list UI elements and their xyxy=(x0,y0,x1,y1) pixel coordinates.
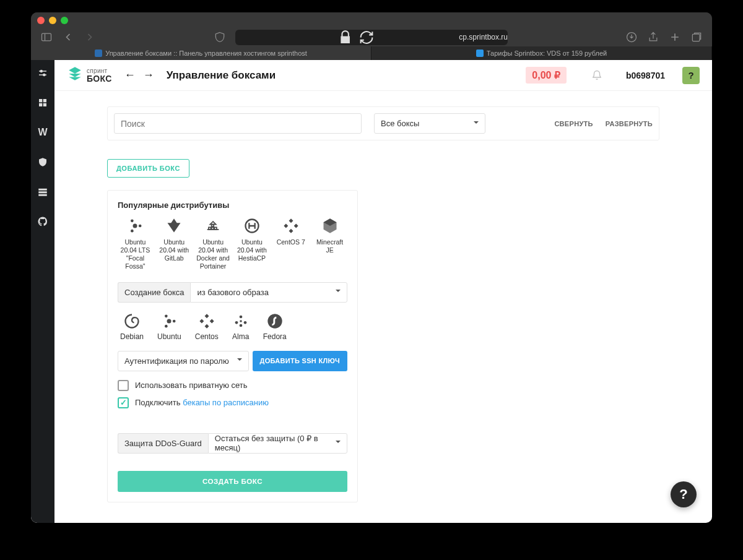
os-label: Centos xyxy=(195,332,219,341)
svg-point-17 xyxy=(133,224,137,228)
shield-icon[interactable] xyxy=(214,31,226,43)
back-icon[interactable] xyxy=(62,31,74,43)
backups-checkbox[interactable]: Подключить бекапы по расписанию xyxy=(118,397,347,408)
distro-label: Minecraft JE xyxy=(316,238,343,254)
svg-rect-13 xyxy=(43,103,46,106)
alma-icon xyxy=(232,312,250,330)
favicon-icon xyxy=(476,50,484,57)
reload-icon[interactable] xyxy=(230,30,503,45)
expand-button[interactable]: РАЗВЕРНУТЬ xyxy=(606,120,653,127)
downloads-icon[interactable] xyxy=(625,31,638,43)
distro-ubuntu-hestia[interactable]: Ubuntu 20.04 with HestiaCP xyxy=(234,217,269,271)
svg-rect-16 xyxy=(38,194,47,196)
backups-link[interactable]: бекапы по расписанию xyxy=(183,398,269,407)
os-fedora[interactable]: Fedora xyxy=(263,312,287,341)
os-centos[interactable]: Centos xyxy=(195,312,219,341)
logo[interactable]: спринтБОКС xyxy=(67,66,112,85)
auth-row: Аутентификация по паролю ДОБАВИТЬ SSH КЛ… xyxy=(118,351,347,371)
minimize-window-icon[interactable] xyxy=(49,17,56,24)
svg-rect-12 xyxy=(39,103,42,106)
sidebar-grid-icon[interactable] xyxy=(37,97,48,108)
checkbox-checked-icon xyxy=(118,397,129,408)
distro-label: CentOS 7 xyxy=(277,238,305,246)
tab-label: Управление боксами :: Панель управления … xyxy=(105,50,307,57)
minecraft-icon xyxy=(321,217,339,235)
distro-minecraft[interactable]: Minecraft JE xyxy=(312,217,347,271)
create-box-button[interactable]: СОЗДАТЬ БОКС xyxy=(118,471,347,492)
distro-label: Ubuntu 20.04 with GitLab xyxy=(159,238,189,262)
private-net-checkbox[interactable]: Использовать приватную сеть xyxy=(118,380,347,391)
help-fab[interactable]: ? xyxy=(671,481,697,507)
svg-point-27 xyxy=(173,319,176,322)
ubuntu-icon xyxy=(160,312,178,330)
os-label: Alma xyxy=(232,332,249,341)
fedora-icon xyxy=(266,312,284,330)
page-title: Управление боксами xyxy=(167,69,276,82)
traffic-lights xyxy=(37,17,68,24)
bell-icon[interactable] xyxy=(591,70,602,81)
auth-select[interactable]: Аутентификация по паролю xyxy=(118,351,249,371)
search-input[interactable] xyxy=(114,113,362,134)
close-window-icon[interactable] xyxy=(37,17,45,24)
balance-badge[interactable]: 0,00 ₽ xyxy=(526,67,567,84)
svg-point-32 xyxy=(243,321,246,324)
main-area: спринтБОКС ← → Управление боксами 0,00 ₽… xyxy=(54,60,712,523)
create-from-row: Создание бокса из базового образа xyxy=(118,282,347,303)
add-box-button[interactable]: ДОБАВИТЬ БОКС xyxy=(107,159,189,178)
sidebar-sliders-icon[interactable] xyxy=(37,67,48,79)
create-from-select[interactable]: из базового образа xyxy=(190,282,347,303)
svg-point-30 xyxy=(239,315,242,318)
username[interactable]: b0698701 xyxy=(626,71,665,80)
share-icon[interactable] xyxy=(647,31,659,43)
distro-centos[interactable]: CentOS 7 xyxy=(273,217,308,271)
app-sidebar: W xyxy=(31,60,54,523)
os-alma[interactable]: Alma xyxy=(232,312,250,341)
svg-point-9 xyxy=(43,74,45,76)
distro-ubuntu-docker[interactable]: Ubuntu 20.04 with Docker and Portainer xyxy=(196,217,231,271)
ddos-row: Защита DDoS-Guard Остаться без защиты (0… xyxy=(118,433,347,454)
nav-forward-icon[interactable]: → xyxy=(143,69,154,82)
sidebar-github-icon[interactable] xyxy=(37,216,48,227)
sidebar-w-icon[interactable]: W xyxy=(37,127,48,138)
os-ubuntu[interactable]: Ubuntu xyxy=(157,312,181,341)
tab-label: Тарифы Sprintbox: VDS от 159 рублей xyxy=(487,50,607,57)
app-header: спринтБОКС ← → Управление боксами 0,00 ₽… xyxy=(54,60,712,91)
os-label: Ubuntu xyxy=(157,332,181,341)
forward-icon[interactable] xyxy=(84,31,96,43)
avatar[interactable]: ? xyxy=(682,67,700,84)
svg-rect-5 xyxy=(692,34,700,41)
svg-point-29 xyxy=(165,324,168,327)
nav-back-icon[interactable]: ← xyxy=(124,69,136,82)
checkbox-icon xyxy=(118,380,129,391)
sidebar-toggle-icon[interactable] xyxy=(40,31,53,43)
titlebar xyxy=(31,12,712,28)
sidebar-storage-icon[interactable] xyxy=(37,186,48,197)
browser-tab-0[interactable]: Управление боксами :: Панель управления … xyxy=(31,46,372,60)
browser-window: cp.sprintbox.ru Управление боксами :: Па… xyxy=(31,12,712,523)
add-ssh-button[interactable]: ДОБАВИТЬ SSH КЛЮЧ xyxy=(253,351,348,371)
new-tab-icon[interactable] xyxy=(669,31,681,43)
tabs-overview-icon[interactable] xyxy=(690,31,703,43)
docker-icon xyxy=(204,217,222,235)
svg-point-8 xyxy=(40,71,42,72)
filter-select[interactable]: Все боксы xyxy=(374,113,485,134)
sidebar-shield-icon[interactable] xyxy=(37,157,48,168)
os-debian[interactable]: Debian xyxy=(120,312,144,341)
collapse-button[interactable]: СВЕРНУТЬ xyxy=(554,120,593,127)
ddos-select[interactable]: Остаться без защиты (0 ₽ в месяц) xyxy=(208,433,347,454)
distro-ubuntu-gitlab[interactable]: Ubuntu 20.04 with GitLab xyxy=(157,217,192,271)
browser-toolbar: cp.sprintbox.ru xyxy=(31,28,712,46)
svg-rect-11 xyxy=(43,99,46,102)
centos-icon xyxy=(282,217,300,235)
maximize-window-icon[interactable] xyxy=(61,17,68,24)
distro-ubuntu-focal[interactable]: Ubuntu 20.04 LTS "Focal Fossa" xyxy=(118,217,153,271)
search-row: Все боксы СВЕРНУТЬ РАЗВЕРНУТЬ xyxy=(107,106,659,140)
svg-point-26 xyxy=(167,319,172,323)
url-bar[interactable]: cp.sprintbox.ru xyxy=(235,30,508,45)
svg-rect-14 xyxy=(38,189,47,191)
logo-text: спринтБОКС xyxy=(87,68,112,83)
debian-icon xyxy=(123,312,141,330)
browser-tab-1[interactable]: Тарифы Sprintbox: VDS от 159 рублей xyxy=(372,46,712,60)
svg-rect-15 xyxy=(38,191,47,193)
logo-icon xyxy=(67,66,83,85)
